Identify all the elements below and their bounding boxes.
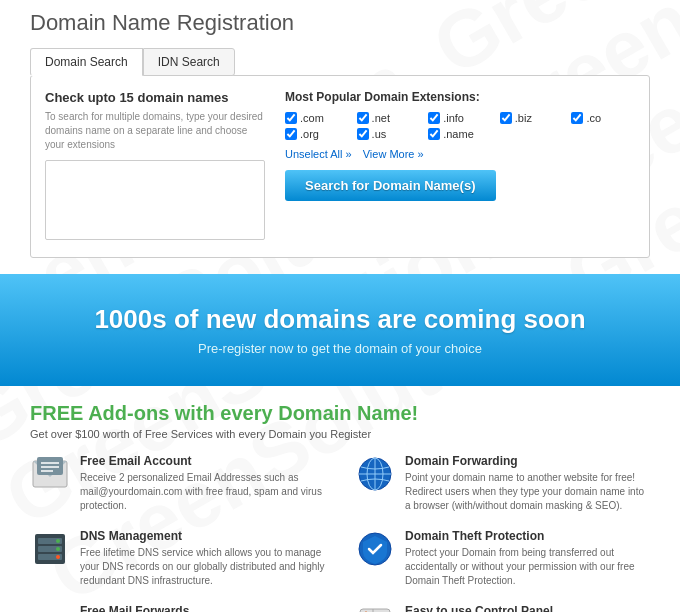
- checkbox-us[interactable]: [357, 128, 369, 140]
- svg-point-16: [56, 555, 60, 559]
- checkbox-co[interactable]: [571, 112, 583, 124]
- addon-cp-content: Easy to use Control Panel Use our Intuit…: [405, 604, 650, 612]
- tab-idn-search[interactable]: IDN Search: [143, 48, 235, 76]
- addon-theft-content: Domain Theft Protection Protect your Dom…: [405, 529, 650, 588]
- svg-rect-2: [37, 457, 63, 475]
- search-panel: Check upto 15 domain names To search for…: [30, 75, 650, 258]
- extensions-heading: Most Popular Domain Extensions:: [285, 90, 635, 104]
- ext-biz[interactable]: .biz: [500, 112, 564, 124]
- tab-domain-search[interactable]: Domain Search: [30, 48, 143, 76]
- addon-mail-content: Free Mail Forwards Create free email for…: [80, 604, 325, 612]
- checkbox-org[interactable]: [285, 128, 297, 140]
- addon-email-account: Free Email Account Receive 2 personalize…: [30, 454, 325, 513]
- addon-mail-forwards: Free Mail Forwards Create free email for…: [30, 604, 325, 612]
- checkbox-name[interactable]: [428, 128, 440, 140]
- addon-control-panel: Easy to use Control Panel Use our Intuit…: [355, 604, 650, 612]
- view-more-link[interactable]: View More »: [363, 148, 424, 160]
- addon-email-content: Free Email Account Receive 2 personalize…: [80, 454, 325, 513]
- search-heading: Check upto 15 domain names: [45, 90, 265, 105]
- addons-title: FREE Add-ons with every Domain Name!: [30, 402, 650, 425]
- addon-theft-protection: Domain Theft Protection Protect your Dom…: [355, 529, 650, 588]
- server-icon: [30, 529, 70, 569]
- search-description: To search for multiple domains, type you…: [45, 110, 265, 152]
- ext-co[interactable]: .co: [571, 112, 635, 124]
- banner-heading: 1000s of new domains are coming soon: [20, 304, 660, 335]
- ext-us[interactable]: .us: [357, 128, 421, 140]
- checkbox-info[interactable]: [428, 112, 440, 124]
- addons-subtitle: Get over $100 worth of Free Services wit…: [30, 428, 650, 440]
- addon-forwarding-content: Domain Forwarding Point your domain name…: [405, 454, 650, 513]
- ext-net[interactable]: .net: [357, 112, 421, 124]
- ext-links: Unselect All » View More »: [285, 148, 635, 160]
- domain-input[interactable]: [45, 160, 265, 240]
- unselect-all-link[interactable]: Unselect All »: [285, 148, 352, 160]
- banner-subheading: Pre-register now to get the domain of yo…: [20, 341, 660, 356]
- ext-com[interactable]: .com: [285, 112, 349, 124]
- search-button[interactable]: Search for Domain Name(s): [285, 170, 496, 201]
- banner: 1000s of new domains are coming soon Pre…: [0, 274, 680, 386]
- search-right: Most Popular Domain Extensions: .com .ne…: [285, 90, 635, 243]
- email-icon: [30, 454, 70, 494]
- addon-dns-content: DNS Management Free lifetime DNS service…: [80, 529, 325, 588]
- addon-domain-forwarding: Domain Forwarding Point your domain name…: [355, 454, 650, 513]
- shield-icon: [355, 529, 395, 569]
- svg-point-14: [56, 539, 60, 543]
- extensions-grid: .com .net .info .biz .co: [285, 112, 635, 140]
- ext-org[interactable]: .org: [285, 128, 349, 140]
- control-panel-icon: [355, 604, 395, 612]
- ext-name[interactable]: .name: [428, 128, 492, 140]
- checkbox-com[interactable]: [285, 112, 297, 124]
- svg-point-15: [56, 547, 60, 551]
- addons-grid: Free Email Account Receive 2 personalize…: [30, 454, 650, 612]
- mail-forward-icon: [30, 604, 70, 612]
- search-left: Check upto 15 domain names To search for…: [45, 90, 265, 243]
- ext-info[interactable]: .info: [428, 112, 492, 124]
- globe-icon: [355, 454, 395, 494]
- checkbox-net[interactable]: [357, 112, 369, 124]
- page-title: Domain Name Registration: [30, 10, 650, 36]
- checkbox-biz[interactable]: [500, 112, 512, 124]
- addons-section: FREE Add-ons with every Domain Name! Get…: [30, 402, 650, 612]
- tabs-container: Domain Search IDN Search: [30, 48, 650, 76]
- addon-dns: DNS Management Free lifetime DNS service…: [30, 529, 325, 588]
